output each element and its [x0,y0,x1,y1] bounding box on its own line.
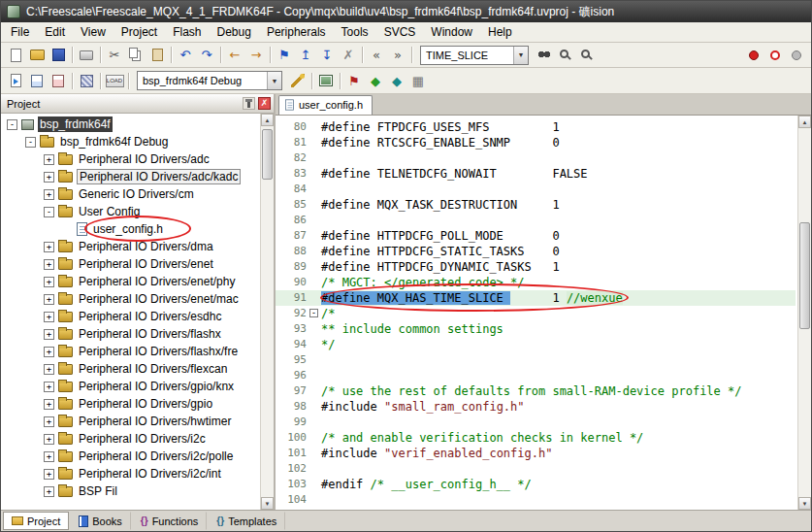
bottom-tab-functions[interactable]: {}Functions [132,512,208,530]
build-icon[interactable] [26,71,48,91]
find-combo[interactable]: TIME_SLICE▼ [420,46,529,65]
code-line-102[interactable]: 102 [276,461,796,477]
scroll-down-icon[interactable]: ▼ [798,497,811,510]
pin-icon[interactable] [243,97,255,110]
expand-icon[interactable]: + [44,189,54,200]
expand-icon[interactable]: + [44,259,54,270]
code-line-104[interactable]: 104 [276,492,796,508]
new-file-icon[interactable] [5,45,26,65]
expand-icon[interactable]: + [44,154,54,165]
code-line-96[interactable]: 96 [276,368,796,383]
code-line-86[interactable]: 86 [276,213,796,228]
code-line-99[interactable]: 99 [276,415,796,430]
titlebar[interactable]: C:\Freescale\Freescale_MQX_4_1_FRDMK64F … [1,1,811,22]
print-icon[interactable] [76,45,97,65]
menu-svcs[interactable]: SVCS [376,22,424,42]
tree-item[interactable]: +Peripheral IO Drivers/enet [1,255,258,273]
expand-icon[interactable]: + [44,399,54,410]
translate-icon[interactable] [5,71,26,91]
outdent-icon[interactable]: « [366,45,387,65]
code-line-103[interactable]: 103#endif /* __user_config_h__ */ [276,477,796,492]
nav-back-icon[interactable]: ← [224,45,245,65]
expand-icon[interactable]: + [44,172,54,183]
manage-items-icon[interactable] [315,71,337,91]
expand-icon[interactable]: + [44,434,54,445]
bottom-tab-templates[interactable]: {}Templates [208,512,285,530]
tree-item[interactable]: -bsp_frdmk64f [1,116,258,133]
prev-diamond-icon[interactable]: ◆ [386,71,407,91]
tree-item[interactable]: +Generic IO Drivers/cm [1,185,258,203]
code-line-82[interactable]: 82 [276,150,796,166]
tree-item[interactable]: +Peripheral IO Drivers/adc/kadc [1,168,258,185]
flash-download-icon[interactable]: LOAD [104,71,125,91]
code-line-87[interactable]: 87#define HTTPDCFG_POLL_MODE 0 [276,228,796,244]
code-line-100[interactable]: 100/* and enable verification checks in … [276,430,796,446]
collapse-icon[interactable]: - [44,207,54,217]
expand-icon[interactable]: + [44,469,54,480]
tree-item[interactable]: +Peripheral IO Drivers/flashx/fre [1,343,258,360]
collapse-icon[interactable]: - [7,119,17,130]
tree-item[interactable]: +Peripheral IO Drivers/esdhc [1,308,258,325]
collapse-icon[interactable]: - [25,137,36,148]
tree-item[interactable]: +Peripheral IO Drivers/hwtimer [1,413,258,430]
expand-icon[interactable]: + [44,329,54,340]
code-line-83[interactable]: 83#define TELNETDCFG_NOWAIT FALSE [276,166,796,182]
target-combo[interactable]: bsp_frdmk64f Debug▼ [137,71,282,90]
code-line-95[interactable]: 95 [276,352,796,368]
menu-peripherals[interactable]: Peripherals [259,22,334,42]
tree-item[interactable]: +BSP Fil [1,482,258,500]
paste-icon[interactable] [146,45,168,65]
code-line-98[interactable]: 98#include "small_ram_config.h" [276,399,796,415]
disable-breakpoint-icon[interactable] [764,45,786,65]
target-combo-dropdown-icon[interactable]: ▼ [267,72,281,89]
tree-item[interactable]: +Peripheral IO Drivers/gpio/knx [1,378,258,395]
nav-forward-icon[interactable]: → [245,45,267,65]
menu-flash[interactable]: Flash [165,22,209,42]
expand-icon[interactable]: + [44,451,54,462]
code-line-84[interactable]: 84 [276,182,796,197]
scroll-thumb[interactable] [799,222,810,329]
indent-icon[interactable]: » [387,45,408,65]
tree-item[interactable]: +Peripheral IO Drivers/enet/phy [1,273,258,290]
menu-debug[interactable]: Debug [210,22,259,42]
copy-icon[interactable] [125,45,146,65]
incremental-find-icon[interactable] [576,45,598,65]
tree-item[interactable]: +Peripheral IO Drivers/i2c/polle [1,448,258,465]
tree-item[interactable]: -bsp_frdmk64f Debug [1,133,258,150]
find-icon[interactable] [555,45,576,65]
code-line-93[interactable]: 93** include common settings [276,321,796,337]
tree-item[interactable]: +Peripheral IO Drivers/adc [1,150,258,168]
expand-icon[interactable]: + [44,382,54,392]
cut-icon[interactable]: ✂ [104,45,125,65]
grid-icon[interactable]: ▦ [407,71,429,91]
bookmark-toggle-icon[interactable]: ⚑ [274,45,295,65]
code-area[interactable]: 80#define FTPDCFG_USES_MFS 181#define RT… [276,116,811,510]
bottom-tab-project[interactable]: Project [3,512,69,530]
scroll-up-icon[interactable]: ▲ [798,116,811,128]
expand-icon[interactable]: + [44,364,54,375]
tree-item[interactable]: user_config.h [1,220,258,238]
code-line-89[interactable]: 89#define HTTPDCFG_DYNAMIC_TASKS 1 [276,259,796,275]
code-line-97[interactable]: 97/* use the rest of defaults from small… [276,383,796,399]
menu-view[interactable]: View [73,22,114,42]
menu-edit[interactable]: Edit [37,22,73,42]
rebuild-icon[interactable] [48,71,69,91]
code-line-81[interactable]: 81#define RTCSCFG_ENABLE_SNMP 0 [276,135,796,150]
editor-scrollbar[interactable]: ▲ ▼ [797,116,811,510]
editor-tab-user-config[interactable]: user_config.h [278,95,373,115]
code-line-101[interactable]: 101#include "verif_enabled_config.h" [276,446,796,461]
scroll-up-icon[interactable]: ▲ [261,114,274,126]
insert-breakpoint-icon[interactable] [743,45,764,65]
tree-item[interactable]: +Peripheral IO Drivers/i2c/int [1,465,258,482]
menu-file[interactable]: File [3,22,37,42]
expand-icon[interactable]: + [44,294,54,305]
code-line-94[interactable]: 94*/ [276,337,796,352]
code-line-88[interactable]: 88#define HTTPDCFG_STATIC_TASKS 0 [276,244,796,259]
code-line-80[interactable]: 80#define FTPDCFG_USES_MFS 1 [276,119,796,135]
menu-project[interactable]: Project [114,22,165,42]
bottom-tab-books[interactable]: Books [70,512,131,530]
code-line-90[interactable]: 90/* MGCT: </generated_code> */ [276,275,796,290]
tree-item[interactable]: +Peripheral IO Drivers/dma [1,238,258,255]
options-for-target-icon[interactable] [287,71,309,91]
tree-item[interactable]: +Peripheral IO Drivers/flexcan [1,360,258,378]
